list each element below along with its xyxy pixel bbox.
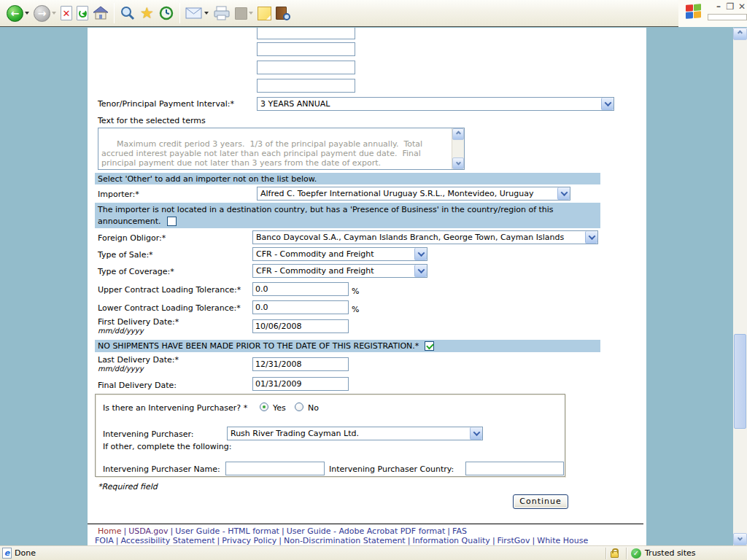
toolbar-separator bbox=[114, 3, 115, 23]
research-button[interactable] bbox=[274, 2, 289, 24]
intervening-country-input[interactable] bbox=[465, 462, 564, 475]
footer-link-nondiscrimination[interactable]: Non-Discrimination Statement bbox=[284, 536, 406, 545]
footer-separator: | bbox=[276, 536, 284, 545]
terms-scrollbar[interactable] bbox=[452, 128, 464, 169]
upper-tolerance-unit: % bbox=[352, 287, 359, 296]
print-button[interactable] bbox=[211, 2, 233, 24]
footer-separator: | bbox=[490, 536, 498, 545]
intervening-name-input[interactable] bbox=[225, 462, 325, 475]
favorites-button[interactable]: ★ bbox=[138, 2, 156, 24]
edit-icon-disabled bbox=[235, 7, 247, 20]
no-shipments-checkbox[interactable] bbox=[425, 341, 434, 351]
presence-checkbox[interactable] bbox=[167, 217, 177, 226]
minimize-button[interactable]: – bbox=[713, 1, 724, 12]
empty-field-3[interactable] bbox=[257, 61, 355, 74]
tenor-dropdown-icon[interactable] bbox=[601, 98, 614, 110]
terms-text: Maximum credit period 3 years. 1/3 of th… bbox=[101, 139, 425, 168]
footer-link-userguide-html[interactable]: User Guide - HTML format bbox=[175, 526, 279, 536]
type-of-coverage-select[interactable]: CFR - Commodity and Freight bbox=[252, 264, 427, 278]
search-button[interactable] bbox=[117, 2, 138, 24]
last-delivery-input[interactable] bbox=[252, 357, 349, 371]
terms-textarea[interactable]: Maximum credit period 3 years. 1/3 of th… bbox=[98, 128, 465, 170]
page-status-icon: e bbox=[2, 548, 12, 559]
intervening-purchaser-dropdown-icon[interactable] bbox=[470, 427, 482, 440]
importer-label: Importer:* bbox=[98, 190, 139, 199]
type-of-coverage-value: CFR - Commodity and Freight bbox=[256, 266, 374, 276]
type-of-coverage-dropdown-icon[interactable] bbox=[414, 265, 427, 277]
mail-icon bbox=[185, 7, 203, 20]
upper-tolerance-input[interactable] bbox=[252, 282, 349, 296]
refresh-button[interactable] bbox=[74, 2, 90, 24]
forward-button[interactable]: → bbox=[31, 2, 58, 24]
back-dropdown-icon[interactable] bbox=[25, 12, 29, 15]
history-icon bbox=[158, 5, 174, 21]
footer-separator: | bbox=[169, 526, 176, 536]
importer-dropdown-icon[interactable] bbox=[557, 187, 570, 200]
footer-link-home[interactable]: Home bbox=[98, 526, 121, 536]
footer-link-firstgov[interactable]: FirstGov bbox=[498, 536, 530, 545]
empty-field-1[interactable] bbox=[257, 28, 355, 39]
discuss-button[interactable] bbox=[255, 2, 274, 24]
importer-banner: Select 'Other' to add an importer not on… bbox=[95, 173, 600, 184]
type-of-sale-dropdown-icon[interactable] bbox=[414, 248, 427, 260]
footer-link-fas[interactable]: FAS bbox=[452, 526, 467, 536]
upper-tolerance-label: Upper Contract Loading Tolerance:* bbox=[98, 285, 241, 295]
history-button[interactable] bbox=[156, 2, 177, 24]
importer-select[interactable]: Alfred C. Toepfer International Uruguay … bbox=[257, 187, 570, 201]
stop-button[interactable]: ✕ bbox=[58, 2, 74, 24]
footer-link-whitehouse[interactable]: White House bbox=[537, 536, 588, 545]
intervening-purchaser-label: Intervening Purchaser: bbox=[103, 429, 194, 439]
scrollbar-thumb[interactable] bbox=[734, 334, 746, 429]
form-content: Tenor/Principal Payment Interval:* 3 YEA… bbox=[88, 28, 646, 545]
lower-tolerance-unit: % bbox=[352, 305, 359, 314]
empty-field-4[interactable] bbox=[257, 79, 355, 93]
footer-separator: | bbox=[445, 526, 452, 536]
footer-link-privacy[interactable]: Privacy Policy bbox=[222, 536, 276, 545]
intervening-purchaser-value: Rush River Trading Cayman Ltd. bbox=[231, 429, 359, 438]
presence-note: The importer is not located in a destina… bbox=[95, 203, 600, 228]
type-of-sale-value: CFR - Commodity and Freight bbox=[256, 249, 374, 259]
scroll-down-icon[interactable] bbox=[452, 158, 464, 169]
scroll-up-icon[interactable] bbox=[452, 128, 464, 140]
close-button[interactable]: ✕ bbox=[737, 1, 747, 12]
if-other-label: If other, complete the following: bbox=[103, 442, 232, 451]
back-button[interactable]: ← bbox=[4, 2, 31, 24]
restore-button[interactable]: ❐ bbox=[725, 1, 735, 12]
intervening-yes-radio[interactable] bbox=[260, 402, 268, 411]
foreign-obligor-label: Foreign Obligor:* bbox=[98, 233, 166, 243]
lower-tolerance-input[interactable] bbox=[252, 300, 349, 314]
mail-button[interactable] bbox=[183, 2, 211, 24]
final-delivery-input[interactable] bbox=[252, 377, 349, 391]
page-scrollbar[interactable] bbox=[733, 28, 747, 545]
scrollbar-up-button[interactable] bbox=[733, 28, 747, 40]
final-delivery-label: Final Delivery Date: bbox=[98, 381, 177, 390]
empty-field-2[interactable] bbox=[257, 42, 355, 56]
footer-links-row1: Home|USDA.gov|User Guide - HTML format|U… bbox=[98, 526, 467, 536]
mail-dropdown-icon[interactable] bbox=[204, 12, 209, 15]
statusbar-lock-section bbox=[606, 548, 627, 559]
browser-toolbar: ← → ✕ ★ bbox=[0, 0, 678, 27]
footer-link-usda[interactable]: USDA.gov bbox=[128, 526, 168, 536]
footer-link-accessibility[interactable]: Accessibility Statement bbox=[120, 536, 214, 545]
footer-links-row2: FOIA|Accessibility Statement|Privacy Pol… bbox=[95, 536, 588, 545]
discuss-note-icon bbox=[258, 7, 271, 20]
continue-button[interactable]: Continue bbox=[513, 494, 568, 509]
footer-link-userguide-pdf[interactable]: User Guide - Adobe Acrobat PDF format bbox=[287, 526, 446, 536]
first-delivery-input[interactable] bbox=[252, 319, 349, 333]
tenor-select[interactable]: 3 YEARS ANNUAL bbox=[257, 97, 614, 111]
footer-link-infoquality[interactable]: Information Quality bbox=[412, 536, 489, 545]
home-button[interactable] bbox=[90, 2, 111, 24]
scrollbar-down-button[interactable] bbox=[733, 533, 747, 545]
intervening-purchaser-select[interactable]: Rush River Trading Cayman Ltd. bbox=[227, 427, 483, 440]
type-of-coverage-label: Type of Coverage:* bbox=[98, 267, 174, 276]
foreign-obligor-value: Banco Daycoval S.A., Cayman Islands Bran… bbox=[256, 233, 564, 242]
foreign-obligor-dropdown-icon[interactable] bbox=[585, 231, 597, 244]
type-of-sale-select[interactable]: CFR - Commodity and Freight bbox=[252, 247, 427, 261]
no-shipments-bar: NO SHIPMENTS HAVE BEEN MADE PRIOR TO THE… bbox=[95, 340, 600, 352]
intervening-question: Is there an Intervening Purchaser? * bbox=[103, 403, 247, 413]
tenor-label: Tenor/Principal Payment Interval:* bbox=[98, 99, 234, 109]
intervening-no-radio[interactable] bbox=[295, 402, 303, 411]
search-icon bbox=[120, 5, 136, 21]
foreign-obligor-select[interactable]: Banco Daycoval S.A., Cayman Islands Bran… bbox=[252, 230, 598, 244]
footer-link-foia[interactable]: FOIA bbox=[95, 536, 114, 545]
